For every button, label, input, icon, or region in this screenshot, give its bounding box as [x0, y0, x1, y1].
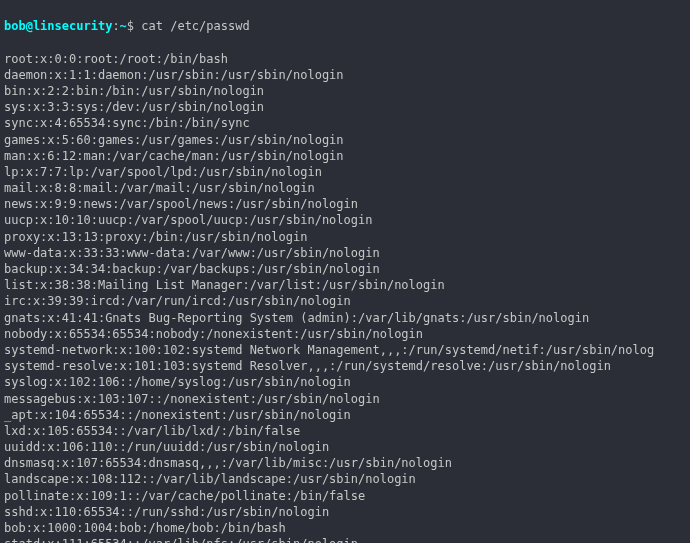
passwd-line: list:x:38:38:Mailing List Manager:/var/l… [4, 277, 686, 293]
passwd-line: lxd:x:105:65534::/var/lib/lxd/:/bin/fals… [4, 423, 686, 439]
passwd-line: root:x:0:0:root:/root:/bin/bash [4, 51, 686, 67]
passwd-line: uucp:x:10:10:uucp:/var/spool/uucp:/usr/s… [4, 212, 686, 228]
passwd-line: bob:x:1000:1004:bob:/home/bob:/bin/bash [4, 520, 686, 536]
passwd-line: news:x:9:9:news:/var/spool/news:/usr/sbi… [4, 196, 686, 212]
passwd-line: www-data:x:33:33:www-data:/var/www:/usr/… [4, 245, 686, 261]
passwd-line: uuidd:x:106:110::/run/uuidd:/usr/sbin/no… [4, 439, 686, 455]
passwd-line: dnsmasq:x:107:65534:dnsmasq,,,:/var/lib/… [4, 455, 686, 471]
prompt-line: bob@linsecurity:~$ cat /etc/passwd [4, 18, 686, 34]
passwd-line: sys:x:3:3:sys:/dev:/usr/sbin/nologin [4, 99, 686, 115]
prompt-path: ~ [120, 19, 127, 33]
passwd-line: sshd:x:110:65534::/run/sshd:/usr/sbin/no… [4, 504, 686, 520]
passwd-line: irc:x:39:39:ircd:/var/run/ircd:/usr/sbin… [4, 293, 686, 309]
passwd-line: bin:x:2:2:bin:/bin:/usr/sbin/nologin [4, 83, 686, 99]
passwd-line: landscape:x:108:112::/var/lib/landscape:… [4, 471, 686, 487]
passwd-line: systemd-resolve:x:101:103:systemd Resolv… [4, 358, 686, 374]
passwd-line: proxy:x:13:13:proxy:/bin:/usr/sbin/nolog… [4, 229, 686, 245]
prompt-userhost: bob@linsecurity [4, 19, 112, 33]
passwd-line: syslog:x:102:106::/home/syslog:/usr/sbin… [4, 374, 686, 390]
passwd-line: gnats:x:41:41:Gnats Bug-Reporting System… [4, 310, 686, 326]
passwd-line: messagebus:x:103:107::/nonexistent:/usr/… [4, 391, 686, 407]
passwd-line: mail:x:8:8:mail:/var/mail:/usr/sbin/nolo… [4, 180, 686, 196]
passwd-line: games:x:5:60:games:/usr/games:/usr/sbin/… [4, 132, 686, 148]
passwd-line: man:x:6:12:man:/var/cache/man:/usr/sbin/… [4, 148, 686, 164]
passwd-line: sync:x:4:65534:sync:/bin:/bin/sync [4, 115, 686, 131]
passwd-line: daemon:x:1:1:daemon:/usr/sbin:/usr/sbin/… [4, 67, 686, 83]
passwd-line: backup:x:34:34:backup:/var/backups:/usr/… [4, 261, 686, 277]
passwd-line: statd:x:111:65534::/var/lib/nfs:/usr/sbi… [4, 536, 686, 543]
passwd-line: _apt:x:104:65534::/nonexistent:/usr/sbin… [4, 407, 686, 423]
passwd-line: nobody:x:65534:65534:nobody:/nonexistent… [4, 326, 686, 342]
prompt-sep: : [112, 19, 119, 33]
passwd-line: systemd-network:x:100:102:systemd Networ… [4, 342, 686, 358]
terminal-output[interactable]: bob@linsecurity:~$ cat /etc/passwd root:… [4, 2, 686, 543]
passwd-line: lp:x:7:7:lp:/var/spool/lpd:/usr/sbin/nol… [4, 164, 686, 180]
prompt-dollar: $ [127, 19, 141, 33]
passwd-line: pollinate:x:109:1::/var/cache/pollinate:… [4, 488, 686, 504]
command-text: cat /etc/passwd [141, 19, 249, 33]
